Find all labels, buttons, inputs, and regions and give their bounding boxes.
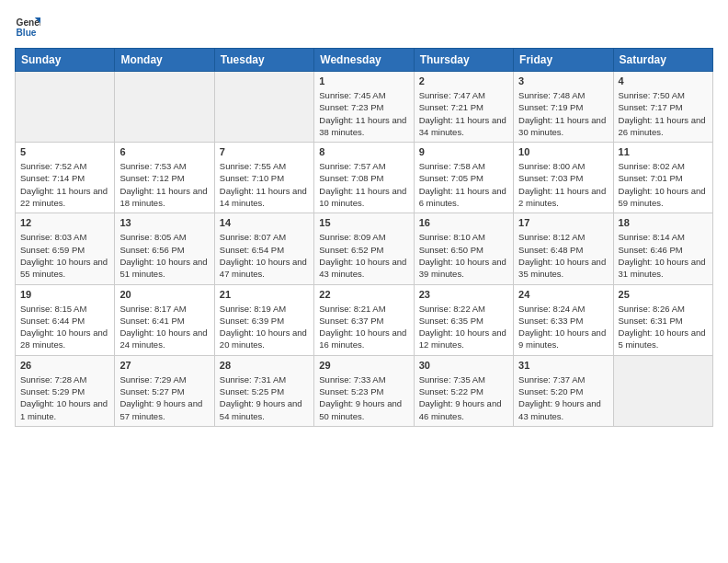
day-number: 16 xyxy=(419,217,508,228)
day-info: Sunrise: 7:35 AMSunset: 5:22 PMDaylight:… xyxy=(419,373,508,422)
weekday-header-thursday: Thursday xyxy=(414,49,513,72)
calendar-cell: 31Sunrise: 7:37 AMSunset: 5:20 PMDayligh… xyxy=(514,355,613,426)
weekday-header-tuesday: Tuesday xyxy=(214,49,313,72)
day-number: 21 xyxy=(220,289,309,300)
calendar-cell: 28Sunrise: 7:31 AMSunset: 5:25 PMDayligh… xyxy=(214,355,313,426)
day-info: Sunrise: 8:09 AMSunset: 6:52 PMDaylight:… xyxy=(319,231,408,280)
calendar-week-row: 26Sunrise: 7:28 AMSunset: 5:29 PMDayligh… xyxy=(16,355,713,426)
day-info: Sunrise: 8:03 AMSunset: 6:59 PMDaylight:… xyxy=(20,231,109,280)
day-info: Sunrise: 8:02 AMSunset: 7:01 PMDaylight:… xyxy=(619,160,708,209)
day-number: 26 xyxy=(20,360,109,371)
calendar-cell: 26Sunrise: 7:28 AMSunset: 5:29 PMDayligh… xyxy=(16,355,115,426)
day-info: Sunrise: 8:22 AMSunset: 6:35 PMDaylight:… xyxy=(419,303,508,351)
calendar-cell: 27Sunrise: 7:29 AMSunset: 5:27 PMDayligh… xyxy=(115,355,214,426)
calendar-cell: 14Sunrise: 8:07 AMSunset: 6:54 PMDayligh… xyxy=(214,213,313,284)
day-info: Sunrise: 8:17 AMSunset: 6:41 PMDaylight:… xyxy=(119,303,209,351)
weekday-header-sunday: Sunday xyxy=(16,49,115,72)
calendar-cell: 8Sunrise: 7:57 AMSunset: 7:08 PMDaylight… xyxy=(314,143,414,213)
day-info: Sunrise: 8:26 AMSunset: 6:31 PMDaylight:… xyxy=(619,303,708,351)
day-info: Sunrise: 7:28 AMSunset: 5:29 PMDaylight:… xyxy=(20,373,109,422)
day-number: 19 xyxy=(20,289,109,300)
calendar-week-row: 12Sunrise: 8:03 AMSunset: 6:59 PMDayligh… xyxy=(16,213,713,284)
calendar-cell: 4Sunrise: 7:50 AMSunset: 7:17 PMDaylight… xyxy=(613,72,712,143)
day-number: 17 xyxy=(518,217,608,228)
day-number: 28 xyxy=(220,360,309,371)
day-number: 1 xyxy=(319,75,408,86)
day-number: 6 xyxy=(119,146,209,157)
day-info: Sunrise: 8:15 AMSunset: 6:44 PMDaylight:… xyxy=(20,303,109,351)
day-info: Sunrise: 8:07 AMSunset: 6:54 PMDaylight:… xyxy=(220,231,309,280)
weekday-header-monday: Monday xyxy=(115,49,214,72)
calendar-cell: 24Sunrise: 8:24 AMSunset: 6:33 PMDayligh… xyxy=(514,284,613,355)
day-info: Sunrise: 7:57 AMSunset: 7:08 PMDaylight:… xyxy=(319,160,408,209)
calendar-cell xyxy=(214,72,313,143)
day-number: 3 xyxy=(518,75,608,86)
day-info: Sunrise: 7:31 AMSunset: 5:25 PMDaylight:… xyxy=(220,373,309,422)
day-number: 9 xyxy=(419,146,508,157)
day-info: Sunrise: 7:29 AMSunset: 5:27 PMDaylight:… xyxy=(119,373,209,422)
day-info: Sunrise: 7:50 AMSunset: 7:17 PMDaylight:… xyxy=(619,89,708,138)
calendar-cell: 9Sunrise: 7:58 AMSunset: 7:05 PMDaylight… xyxy=(414,143,513,213)
calendar-cell: 11Sunrise: 8:02 AMSunset: 7:01 PMDayligh… xyxy=(613,143,712,213)
calendar-cell: 13Sunrise: 8:05 AMSunset: 6:56 PMDayligh… xyxy=(115,213,214,284)
day-number: 30 xyxy=(419,360,508,371)
calendar-cell xyxy=(115,72,214,143)
calendar-cell: 17Sunrise: 8:12 AMSunset: 6:48 PMDayligh… xyxy=(514,213,613,284)
day-info: Sunrise: 8:24 AMSunset: 6:33 PMDaylight:… xyxy=(518,303,608,351)
day-info: Sunrise: 7:47 AMSunset: 7:21 PMDaylight:… xyxy=(419,89,508,138)
calendar-week-row: 1Sunrise: 7:45 AMSunset: 7:23 PMDaylight… xyxy=(16,72,713,143)
day-number: 11 xyxy=(619,146,708,157)
day-info: Sunrise: 8:10 AMSunset: 6:50 PMDaylight:… xyxy=(419,231,508,280)
day-number: 14 xyxy=(220,217,309,228)
day-number: 18 xyxy=(619,217,708,228)
day-number: 10 xyxy=(518,146,608,157)
day-info: Sunrise: 8:21 AMSunset: 6:37 PMDaylight:… xyxy=(319,303,408,351)
calendar-cell xyxy=(16,72,115,143)
day-info: Sunrise: 7:53 AMSunset: 7:12 PMDaylight:… xyxy=(119,160,209,209)
calendar-cell: 15Sunrise: 8:09 AMSunset: 6:52 PMDayligh… xyxy=(314,213,414,284)
calendar-cell: 12Sunrise: 8:03 AMSunset: 6:59 PMDayligh… xyxy=(16,213,115,284)
day-info: Sunrise: 8:05 AMSunset: 6:56 PMDaylight:… xyxy=(119,231,209,280)
calendar-cell: 20Sunrise: 8:17 AMSunset: 6:41 PMDayligh… xyxy=(115,284,214,355)
weekday-header-wednesday: Wednesday xyxy=(314,49,414,72)
day-info: Sunrise: 7:52 AMSunset: 7:14 PMDaylight:… xyxy=(20,160,109,209)
day-number: 31 xyxy=(518,360,608,371)
day-number: 15 xyxy=(319,217,408,228)
calendar-cell: 7Sunrise: 7:55 AMSunset: 7:10 PMDaylight… xyxy=(214,143,313,213)
day-number: 23 xyxy=(419,289,508,300)
calendar-cell: 18Sunrise: 8:14 AMSunset: 6:46 PMDayligh… xyxy=(613,213,712,284)
calendar-cell: 2Sunrise: 7:47 AMSunset: 7:21 PMDaylight… xyxy=(414,72,513,143)
calendar-cell: 3Sunrise: 7:48 AMSunset: 7:19 PMDaylight… xyxy=(514,72,613,143)
day-info: Sunrise: 8:12 AMSunset: 6:48 PMDaylight:… xyxy=(518,231,608,280)
day-number: 7 xyxy=(220,146,309,157)
day-info: Sunrise: 7:33 AMSunset: 5:23 PMDaylight:… xyxy=(319,373,408,422)
day-info: Sunrise: 8:00 AMSunset: 7:03 PMDaylight:… xyxy=(518,160,608,209)
calendar-cell: 1Sunrise: 7:45 AMSunset: 7:23 PMDaylight… xyxy=(314,72,414,143)
weekday-header-saturday: Saturday xyxy=(613,49,712,72)
day-number: 2 xyxy=(419,75,508,86)
day-info: Sunrise: 7:37 AMSunset: 5:20 PMDaylight:… xyxy=(518,373,608,422)
calendar-week-row: 19Sunrise: 8:15 AMSunset: 6:44 PMDayligh… xyxy=(16,284,713,355)
day-number: 8 xyxy=(319,146,408,157)
day-info: Sunrise: 7:45 AMSunset: 7:23 PMDaylight:… xyxy=(319,89,408,138)
calendar-cell: 22Sunrise: 8:21 AMSunset: 6:37 PMDayligh… xyxy=(314,284,414,355)
day-number: 13 xyxy=(119,217,209,228)
day-info: Sunrise: 8:14 AMSunset: 6:46 PMDaylight:… xyxy=(619,231,708,280)
day-number: 12 xyxy=(20,217,109,228)
day-number: 25 xyxy=(619,289,708,300)
calendar-cell: 29Sunrise: 7:33 AMSunset: 5:23 PMDayligh… xyxy=(314,355,414,426)
calendar: SundayMondayTuesdayWednesdayThursdayFrid… xyxy=(15,48,713,427)
day-number: 29 xyxy=(319,360,408,371)
day-info: Sunrise: 8:19 AMSunset: 6:39 PMDaylight:… xyxy=(220,303,309,351)
calendar-week-row: 5Sunrise: 7:52 AMSunset: 7:14 PMDaylight… xyxy=(16,143,713,213)
header: General Blue xyxy=(15,15,713,40)
day-number: 22 xyxy=(319,289,408,300)
day-number: 20 xyxy=(119,289,209,300)
logo: General Blue xyxy=(15,15,40,40)
calendar-cell: 19Sunrise: 8:15 AMSunset: 6:44 PMDayligh… xyxy=(16,284,115,355)
weekday-header-friday: Friday xyxy=(514,49,613,72)
logo-icon: General Blue xyxy=(15,15,40,40)
day-info: Sunrise: 7:58 AMSunset: 7:05 PMDaylight:… xyxy=(419,160,508,209)
day-number: 27 xyxy=(119,360,209,371)
calendar-cell: 23Sunrise: 8:22 AMSunset: 6:35 PMDayligh… xyxy=(414,284,513,355)
